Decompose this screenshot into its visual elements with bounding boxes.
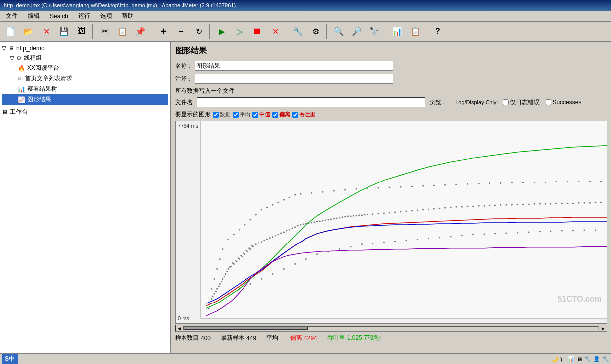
refresh-button[interactable]: ↻ (190, 23, 207, 40)
copy-button[interactable]: 📋 (114, 23, 131, 40)
browse-button[interactable]: 浏览... (427, 97, 449, 107)
graph-scrollbar[interactable]: ◄ ► (175, 325, 607, 332)
start-menu[interactable]: S中 (2, 354, 18, 364)
svg-point-63 (224, 276, 225, 277)
tray-icon-8[interactable]: 🔧 (602, 356, 609, 362)
svg-point-67 (235, 260, 236, 261)
svg-point-192 (550, 230, 551, 232)
svg-point-122 (227, 239, 229, 240)
menu-options[interactable]: 选项 (96, 11, 116, 21)
svg-point-17 (255, 243, 257, 245)
search-button[interactable]: 🔍 (330, 23, 347, 40)
tray-icon-7[interactable]: 👤 (593, 356, 600, 362)
paste-button[interactable]: 📌 (132, 23, 149, 40)
svg-point-149 (455, 184, 457, 185)
log-errors-checkbox-label[interactable]: 仅日志错误 (503, 98, 540, 107)
open-button[interactable]: 📂 (20, 23, 37, 40)
svg-point-74 (258, 242, 259, 243)
remote-button[interactable]: 🔧 (290, 23, 306, 40)
new-button[interactable]: 📄 (2, 23, 19, 40)
svg-point-103 (472, 206, 474, 207)
svg-point-61 (218, 286, 219, 287)
legend-throughput-checkbox[interactable] (292, 112, 298, 118)
scrollbar-track[interactable] (183, 326, 599, 330)
legend-avg-checkbox[interactable] (233, 112, 239, 118)
success-checkbox-label[interactable]: Successes (546, 99, 581, 106)
graph-title: 要显示的图形 (175, 110, 211, 119)
legend-deviation-label: 偏离 (279, 111, 290, 118)
svg-point-165 (249, 283, 251, 285)
svg-point-190 (528, 231, 529, 233)
tray-icon-3[interactable]: · (564, 356, 566, 362)
comment-input[interactable] (195, 74, 393, 84)
svg-point-5 (222, 278, 223, 280)
start-button[interactable]: ▶ (213, 23, 230, 40)
saveas-button[interactable]: 🖼 (73, 23, 90, 40)
remoteall-button[interactable]: ⚙ (307, 23, 324, 40)
scroll-left[interactable]: ◄ (176, 326, 183, 331)
legend-median[interactable]: 中值 (252, 111, 270, 118)
name-label: 名称： (175, 62, 195, 70)
menu-help[interactable]: 帮助 (118, 11, 138, 21)
y-max-label: 7764 ms (178, 123, 198, 129)
tray-icon-6[interactable]: 🔧 (584, 356, 591, 362)
file-input[interactable] (197, 97, 425, 107)
tree-item-http-demo[interactable]: ▽ 🖥 http_demo (2, 44, 168, 53)
tree-item-graph-results[interactable]: 📈 图形结果 (2, 94, 168, 105)
svg-point-135 (300, 193, 301, 195)
success-checkbox[interactable] (546, 99, 551, 105)
shutdown-button[interactable]: ✕ (267, 23, 284, 40)
svg-point-161 (589, 181, 591, 182)
svg-point-158 (555, 181, 557, 182)
menu-run[interactable]: 运行 (74, 11, 94, 21)
clear-button[interactable]: 🔎 (348, 23, 365, 40)
scrollbar-thumb[interactable] (184, 327, 308, 330)
scroll-right[interactable]: ► (600, 326, 607, 331)
helpbtn-button[interactable]: ? (429, 23, 446, 40)
svg-point-80 (291, 227, 293, 229)
name-input[interactable] (195, 61, 393, 71)
add-button[interactable]: + (155, 23, 172, 40)
stat-deviation: 偏离 4294 (290, 334, 317, 342)
svg-point-41 (411, 210, 413, 212)
tree-item-workbench[interactable]: 🖥 工作台 (2, 107, 168, 117)
svg-point-42 (422, 209, 424, 211)
log-errors-checkbox[interactable] (503, 99, 509, 105)
expand-icon-2: ▽ (10, 55, 14, 61)
legend-deviation[interactable]: 偏离 (272, 111, 290, 118)
close-button[interactable]: ✕ (38, 23, 55, 40)
tree-item-xx-reader[interactable]: 🔥 XX阅读平台 (2, 63, 168, 73)
stop-button[interactable]: ⏹ (249, 23, 266, 40)
tray-icon-2[interactable]: ) (560, 356, 562, 362)
tree-label-xx-reader: XX阅读平台 (27, 64, 59, 72)
legend-data[interactable]: 数据 (213, 111, 231, 118)
right-panel: 图形结果 名称： 注释： 所有数据写入一个文件 文件名 浏览... Log/Di… (171, 42, 611, 353)
tray-icon-1[interactable]: 🌙 (551, 356, 558, 362)
tree-item-thread-group[interactable]: ▽ ⚙ 线程组 (2, 53, 168, 63)
svg-point-162 (600, 181, 602, 182)
svg-point-38 (377, 213, 379, 215)
log-button[interactable]: 🔭 (366, 23, 383, 40)
legend-data-checkbox[interactable] (213, 112, 219, 118)
cut-button[interactable]: ✂ (96, 23, 113, 40)
menu-search[interactable]: Search (46, 12, 72, 21)
legend-median-checkbox[interactable] (252, 112, 258, 118)
templates-button[interactable]: 📋 (407, 23, 424, 40)
tree-item-view-tree[interactable]: 📊 察看结果树 (2, 84, 168, 94)
svg-point-105 (494, 205, 496, 206)
report-button[interactable]: 📊 (389, 23, 406, 40)
startno-button[interactable]: ▷ (231, 23, 248, 40)
legend-deviation-checkbox[interactable] (272, 112, 278, 118)
stat-throughput-label: 吞吐里 (327, 334, 345, 342)
tray-icon-4[interactable]: 📊 (568, 356, 575, 362)
legend-avg[interactable]: 平均 (233, 111, 250, 118)
tray-icon-5[interactable]: 🖥 (577, 356, 582, 362)
menu-edit[interactable]: 编辑 (24, 11, 44, 21)
menu-file[interactable]: 文件 (2, 11, 22, 21)
legend-throughput[interactable]: 吞吐里 (292, 111, 315, 118)
save-button[interactable]: 💾 (56, 23, 72, 40)
content-title: 图形结果 (175, 46, 607, 56)
tree-item-home-list[interactable]: ✏ 首页文章列表请求 (2, 73, 168, 84)
remove-button[interactable]: − (173, 23, 189, 40)
toolbar-sep-1 (92, 24, 94, 39)
